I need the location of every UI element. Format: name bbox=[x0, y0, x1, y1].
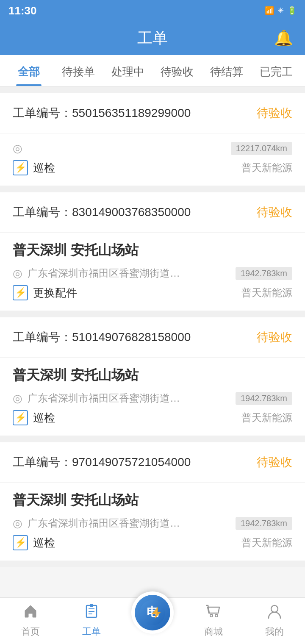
service-row-3: ⚡ 巡检 普天新能源 bbox=[13, 410, 292, 425]
charging-icon-4: ⚡ bbox=[13, 535, 28, 550]
section-divider-2 bbox=[0, 186, 305, 192]
address-3: 广东省深圳市福田区香蜜湖街道安托山大… bbox=[28, 391, 189, 405]
order-status-1: 待验收 bbox=[257, 105, 292, 121]
tab-pending-review[interactable]: 待验收 bbox=[152, 55, 202, 86]
bell-icon[interactable]: 🔔 bbox=[274, 29, 293, 47]
card-header-4: 工单编号：970149075721054000 待验收 bbox=[0, 442, 305, 483]
location-icon-1: ◎ bbox=[13, 142, 22, 155]
svg-point-7 bbox=[210, 614, 213, 617]
service-left-2: ⚡ 更换配件 bbox=[13, 285, 77, 300]
company-2: 普天新能源 bbox=[241, 286, 292, 300]
order-number-1: 工单编号：550156351189299000 bbox=[13, 105, 191, 121]
location-row-1: ◎ 12217.074km bbox=[13, 142, 292, 155]
nav-center[interactable]: 电 bbox=[122, 591, 183, 634]
status-icons: 📶 ✳ 🔋 bbox=[265, 6, 297, 15]
station-name-4: 普天深圳 安托山场站 bbox=[13, 491, 292, 510]
section-divider-4 bbox=[0, 436, 305, 442]
nav-shop-label: 商城 bbox=[204, 625, 223, 638]
status-bar: 11:30 📶 ✳ 🔋 bbox=[0, 0, 305, 21]
station-name-2: 普天深圳 安托山场站 bbox=[13, 241, 292, 260]
service-type-2: 更换配件 bbox=[33, 286, 77, 300]
work-order-card-3[interactable]: 工单编号：510149076828158000 待验收 普天深圳 安托山场站 ◎… bbox=[0, 317, 305, 436]
nav-mine-label: 我的 bbox=[265, 625, 284, 638]
distance-4: 1942.783km bbox=[236, 517, 292, 530]
order-number-4: 工单编号：970149075721054000 bbox=[13, 454, 191, 470]
address-4: 广东省深圳市福田区香蜜湖街道安托山大… bbox=[28, 516, 189, 530]
service-type-1: 巡检 bbox=[33, 161, 55, 175]
info-row-4: ◎ 广东省深圳市福田区香蜜湖街道安托山大… 1942.783km bbox=[13, 516, 292, 530]
section-divider-3 bbox=[0, 311, 305, 317]
header: 工单 🔔 bbox=[0, 21, 305, 55]
nav-workorder-label: 工单 bbox=[82, 625, 101, 638]
nav-mine[interactable]: 我的 bbox=[244, 604, 305, 638]
service-type-4: 巡检 bbox=[33, 536, 55, 550]
nav-workorder[interactable]: 工单 bbox=[61, 604, 122, 638]
company-4: 普天新能源 bbox=[241, 536, 292, 550]
status-time: 11:30 bbox=[8, 4, 37, 17]
mine-icon bbox=[267, 604, 282, 623]
card-header-2: 工单编号：830149003768350000 待验收 bbox=[0, 192, 305, 233]
station-name-3: 普天深圳 安托山场站 bbox=[13, 366, 292, 385]
workorder-icon bbox=[84, 604, 99, 623]
charging-icon-3: ⚡ bbox=[13, 410, 28, 425]
signal-icon: 📶 bbox=[265, 6, 274, 15]
nav-home[interactable]: 首页 bbox=[0, 604, 61, 638]
info-left-3: ◎ 广东省深圳市福田区香蜜湖街道安托山大… bbox=[13, 391, 236, 405]
bottom-nav: 首页 工单 bbox=[0, 597, 305, 644]
home-icon bbox=[23, 604, 38, 623]
tab-pending-accept[interactable]: 待接单 bbox=[54, 55, 103, 86]
svg-rect-4 bbox=[90, 604, 93, 607]
order-status-3: 待验收 bbox=[257, 329, 292, 345]
service-left-4: ⚡ 巡检 bbox=[13, 535, 55, 550]
order-number-3: 工单编号：510149076828158000 bbox=[13, 329, 191, 345]
svg-point-8 bbox=[215, 614, 218, 617]
order-number-2: 工单编号：830149003768350000 bbox=[13, 204, 191, 220]
section-divider-1 bbox=[0, 86, 305, 93]
nav-center-circle: 电 bbox=[131, 591, 174, 634]
nav-home-label: 首页 bbox=[21, 625, 40, 638]
order-status-2: 待验收 bbox=[257, 204, 292, 220]
service-row-4: ⚡ 巡检 普天新能源 bbox=[13, 535, 292, 550]
work-order-card-2[interactable]: 工单编号：830149003768350000 待验收 普天深圳 安托山场站 ◎… bbox=[0, 192, 305, 311]
bluetooth-icon: ✳ bbox=[277, 6, 284, 15]
battery-icon: 🔋 bbox=[287, 6, 297, 15]
tab-completed[interactable]: 已完工 bbox=[251, 55, 301, 86]
service-type-3: 巡检 bbox=[33, 411, 55, 425]
charging-icon-1: ⚡ bbox=[13, 160, 28, 175]
info-row-2: ◎ 广东省深圳市福田区香蜜湖街道安托山大… 1942.783km bbox=[13, 266, 292, 280]
work-order-card-4[interactable]: 工单编号：970149075721054000 待验收 普天深圳 安托山场站 ◎… bbox=[0, 442, 305, 561]
distance-2: 1942.783km bbox=[236, 267, 292, 280]
company-1: 普天新能源 bbox=[241, 161, 292, 175]
page-title: 工单 bbox=[137, 28, 168, 49]
tab-all[interactable]: 全部 bbox=[4, 55, 54, 86]
card-body-4: 普天深圳 安托山场站 ◎ 广东省深圳市福田区香蜜湖街道安托山大… 1942.78… bbox=[0, 483, 305, 561]
work-order-card-1[interactable]: 工单编号：550156351189299000 待验收 ◎ 12217.074k… bbox=[0, 93, 305, 186]
distance-3: 1942.783km bbox=[236, 392, 292, 405]
distance-1: 12217.074km bbox=[231, 142, 292, 155]
service-row-1: ⚡ 巡检 普天新能源 bbox=[13, 160, 292, 175]
card-body-3: 普天深圳 安托山场站 ◎ 广东省深圳市福田区香蜜湖街道安托山大… 1942.78… bbox=[0, 358, 305, 436]
info-row-3: ◎ 广东省深圳市福田区香蜜湖街道安托山大… 1942.783km bbox=[13, 391, 292, 405]
tab-bar: 全部 待接单 处理中 待验收 待结算 已完工 bbox=[0, 55, 305, 86]
tab-pending-settle[interactable]: 待结算 bbox=[202, 55, 252, 86]
card-header-3: 工单编号：510149076828158000 待验收 bbox=[0, 317, 305, 358]
service-left-1: ⚡ 巡检 bbox=[13, 160, 55, 175]
card-body-1: ◎ 12217.074km ⚡ 巡检 普天新能源 bbox=[0, 133, 305, 186]
company-3: 普天新能源 bbox=[241, 411, 292, 425]
section-divider-bottom bbox=[0, 561, 305, 567]
location-icon-2: ◎ bbox=[13, 267, 22, 280]
location-icon-4: ◎ bbox=[13, 517, 22, 530]
nav-center-logo: 电 bbox=[135, 595, 170, 630]
card-header-1: 工单编号：550156351189299000 待验收 bbox=[0, 93, 305, 133]
service-row-2: ⚡ 更换配件 普天新能源 bbox=[13, 285, 292, 300]
location-icon-3: ◎ bbox=[13, 392, 22, 405]
card-body-2: 普天深圳 安托山场站 ◎ 广东省深圳市福田区香蜜湖街道安托山大… 1942.78… bbox=[0, 233, 305, 311]
tab-processing[interactable]: 处理中 bbox=[103, 55, 152, 86]
content-area: 工单编号：550156351189299000 待验收 ◎ 12217.074k… bbox=[0, 86, 305, 618]
svg-point-9 bbox=[271, 605, 278, 612]
nav-shop[interactable]: 商城 bbox=[183, 604, 244, 638]
shop-icon bbox=[206, 604, 221, 623]
service-left-3: ⚡ 巡检 bbox=[13, 410, 55, 425]
charging-icon-2: ⚡ bbox=[13, 285, 28, 300]
order-status-4: 待验收 bbox=[257, 454, 292, 470]
